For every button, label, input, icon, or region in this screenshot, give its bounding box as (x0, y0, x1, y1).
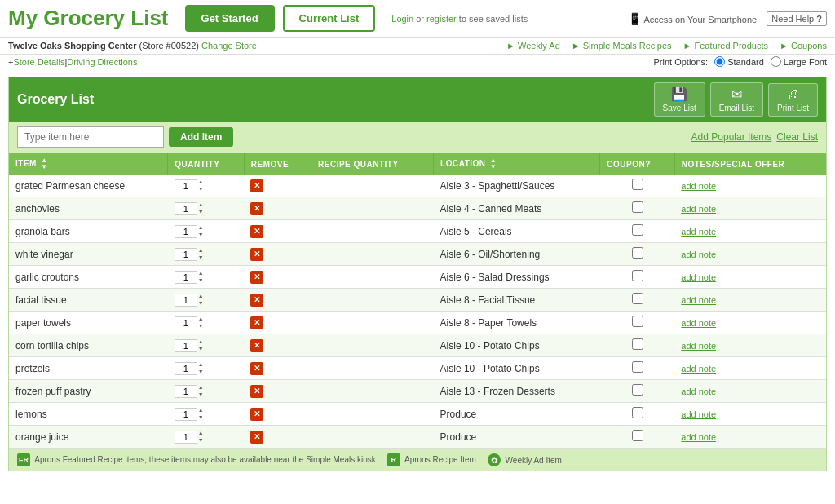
qty-input[interactable] (175, 179, 197, 192)
qty-down[interactable]: ▼ (198, 254, 204, 261)
qty-down[interactable]: ▼ (198, 277, 204, 284)
add-note-link[interactable]: add note (681, 318, 716, 328)
item-quantity[interactable]: ▲ ▼ (168, 334, 245, 357)
qty-input[interactable] (175, 408, 197, 421)
qty-arrows[interactable]: ▲ ▼ (198, 316, 204, 329)
item-note[interactable]: add note (674, 220, 826, 243)
item-coupon[interactable] (600, 197, 674, 220)
qty-arrows[interactable]: ▲ ▼ (198, 338, 204, 352)
qty-input[interactable] (175, 202, 197, 215)
store-details-link[interactable]: Store Details (13, 57, 64, 67)
qty-up[interactable]: ▲ (198, 430, 204, 436)
qty-down[interactable]: ▼ (198, 323, 204, 329)
qty-input[interactable] (175, 385, 197, 398)
add-note-link[interactable]: add note (681, 227, 716, 237)
qty-up[interactable]: ▲ (198, 224, 204, 231)
remove-btn[interactable]: ✕ (250, 362, 263, 375)
remove-btn[interactable]: ✕ (250, 408, 263, 421)
coupon-checkbox[interactable] (632, 293, 643, 304)
item-note[interactable]: add note (674, 289, 826, 312)
remove-btn[interactable]: ✕ (250, 431, 263, 444)
smartphone-link[interactable]: 📱 Access on Your Smartphone (628, 12, 757, 25)
item-quantity[interactable]: ▲ ▼ (168, 357, 245, 380)
location-sort-arrows[interactable]: ▲▼ (490, 157, 497, 170)
print-standard-label[interactable]: Standard (714, 56, 764, 67)
qty-up[interactable]: ▲ (198, 361, 204, 368)
qty-arrows[interactable]: ▲ ▼ (198, 247, 204, 261)
item-quantity[interactable]: ▲ ▼ (168, 403, 245, 426)
print-large-label[interactable]: Large Font (771, 56, 827, 67)
add-note-link[interactable]: add note (681, 295, 716, 305)
item-coupon[interactable] (600, 312, 674, 334)
item-note[interactable]: add note (674, 266, 826, 289)
qty-input[interactable] (175, 248, 197, 261)
item-coupon[interactable] (600, 243, 674, 266)
login-link[interactable]: Login (391, 14, 413, 24)
item-note[interactable]: add note (674, 175, 826, 197)
qty-down[interactable]: ▼ (198, 391, 204, 398)
qty-input[interactable] (175, 339, 197, 352)
item-quantity[interactable]: ▲ ▼ (168, 220, 245, 243)
qty-input[interactable] (175, 431, 197, 444)
weekly-ad-link[interactable]: ► Weekly Ad (506, 41, 560, 51)
save-list-btn[interactable]: 💾 Save List (654, 82, 705, 117)
item-note[interactable]: add note (674, 197, 826, 220)
item-coupon[interactable] (600, 289, 674, 312)
qty-input[interactable] (175, 225, 197, 238)
qty-down[interactable]: ▼ (198, 209, 204, 215)
coupon-checkbox[interactable] (632, 270, 643, 281)
item-remove[interactable]: ✕ (244, 266, 311, 289)
item-quantity[interactable]: ▲ ▼ (168, 426, 245, 449)
remove-btn[interactable]: ✕ (250, 385, 263, 398)
item-note[interactable]: add note (674, 312, 826, 334)
qty-up[interactable]: ▲ (198, 247, 204, 254)
qty-up[interactable]: ▲ (198, 201, 204, 208)
coupon-checkbox[interactable] (632, 179, 643, 190)
remove-btn[interactable]: ✕ (250, 202, 263, 215)
item-note[interactable]: add note (674, 380, 826, 403)
item-remove[interactable]: ✕ (244, 403, 311, 426)
item-remove[interactable]: ✕ (244, 426, 311, 449)
add-note-link[interactable]: add note (681, 181, 716, 191)
current-list-btn[interactable]: Current List (283, 5, 376, 32)
change-store-link[interactable]: Change Store (201, 41, 257, 51)
item-coupon[interactable] (600, 175, 674, 197)
item-coupon[interactable] (600, 266, 674, 289)
coupon-checkbox[interactable] (632, 224, 643, 236)
item-remove[interactable]: ✕ (244, 220, 311, 243)
qty-down[interactable]: ▼ (198, 300, 204, 307)
qty-arrows[interactable]: ▲ ▼ (198, 179, 204, 192)
coupon-checkbox[interactable] (632, 430, 643, 441)
coupon-checkbox[interactable] (632, 384, 643, 396)
item-quantity[interactable]: ▲ ▼ (168, 175, 245, 197)
simple-meals-link[interactable]: ► Simple Meals Recipes (572, 41, 672, 51)
coupon-checkbox[interactable] (632, 407, 643, 418)
qty-arrows[interactable]: ▲ ▼ (198, 361, 204, 375)
print-large-radio[interactable] (771, 56, 781, 67)
qty-input[interactable] (175, 271, 197, 284)
coupon-checkbox[interactable] (632, 247, 643, 259)
qty-input[interactable] (175, 294, 197, 307)
clear-list-link[interactable]: Clear List (776, 131, 818, 143)
item-remove[interactable]: ✕ (244, 357, 311, 380)
qty-down[interactable]: ▼ (198, 369, 204, 375)
coupon-checkbox[interactable] (632, 361, 643, 373)
qty-arrows[interactable]: ▲ ▼ (198, 384, 204, 398)
featured-products-link[interactable]: ► Featured Products (683, 41, 768, 51)
add-note-link[interactable]: add note (681, 432, 716, 442)
qty-down[interactable]: ▼ (198, 186, 204, 192)
item-quantity[interactable]: ▲ ▼ (168, 243, 245, 266)
remove-btn[interactable]: ✕ (250, 271, 263, 284)
print-list-btn[interactable]: 🖨 Print List (768, 83, 818, 117)
item-quantity[interactable]: ▲ ▼ (168, 197, 245, 220)
qty-up[interactable]: ▲ (198, 384, 204, 391)
add-note-link[interactable]: add note (681, 364, 716, 374)
item-remove[interactable]: ✕ (244, 175, 311, 197)
qty-arrows[interactable]: ▲ ▼ (198, 293, 204, 307)
item-quantity[interactable]: ▲ ▼ (168, 289, 245, 312)
item-note[interactable]: add note (674, 357, 826, 380)
qty-down[interactable]: ▼ (198, 437, 204, 444)
coupon-checkbox[interactable] (632, 338, 643, 350)
add-note-link[interactable]: add note (681, 387, 716, 396)
remove-btn[interactable]: ✕ (250, 225, 263, 238)
